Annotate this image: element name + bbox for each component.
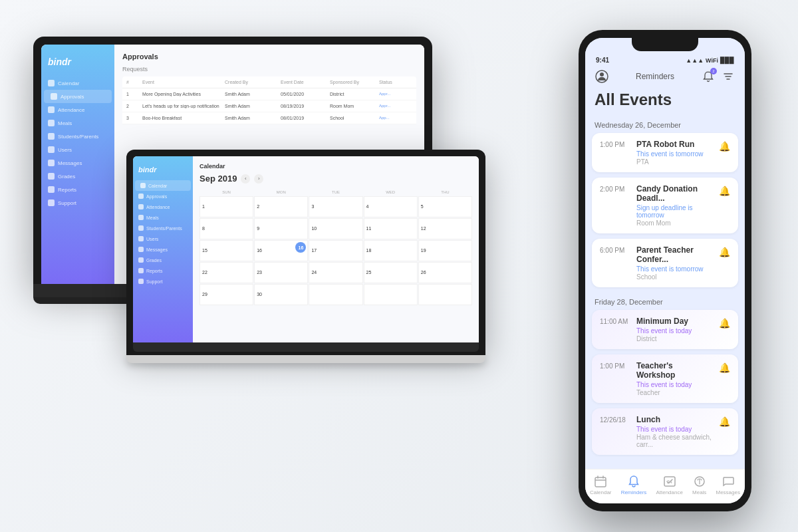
desktop-section-label: Requests <box>122 66 416 72</box>
cal-cell[interactable]: 29 <box>200 284 253 305</box>
cal-cell[interactable]: 15 <box>200 240 253 261</box>
cal-cell[interactable]: 16 16 <box>254 240 308 261</box>
cal-cell <box>418 284 472 305</box>
cal-cell[interactable]: 9 <box>254 218 308 239</box>
laptop-sidebar: bindr Calendar Approvals Attendance <box>133 156 193 342</box>
event-teachers-workshop[interactable]: 1:00 PM Teacher's Workshop This event is… <box>592 354 738 403</box>
table-row[interactable]: 3 Boo-Hoo Breakfast Smith Adam 08/01/201… <box>122 112 416 124</box>
event-title: PTA Robot Run <box>636 140 712 149</box>
students-icon <box>48 133 55 140</box>
attendance-icon <box>48 106 55 113</box>
event-info: Minimum Day This event is today District <box>636 317 712 342</box>
nav-reminders[interactable]: Reminders <box>621 475 647 495</box>
calendar-prev-button[interactable]: ‹ <box>241 174 250 184</box>
cal-cell[interactable]: 22 <box>200 262 253 283</box>
desktop-nav-calendar[interactable]: Calendar <box>41 76 114 90</box>
calendar-grid: SUN MON TUE WED THU 1 2 3 4 5 8 9 <box>200 189 472 305</box>
notification-bell-button[interactable]: 2 <box>701 69 716 84</box>
desktop-nav-approvals[interactable]: Approvals <box>44 90 112 103</box>
laptop-page-title: Calendar <box>200 163 472 170</box>
cal-cell[interactable]: 30 <box>254 284 308 305</box>
event-lunch[interactable]: 12/26/18 Lunch This event is today Ham &… <box>592 408 738 455</box>
cal-cell[interactable]: 23 <box>254 262 308 283</box>
event-org: Ham & cheese sandwich, carr... <box>636 434 712 448</box>
calendar-month: Sep 2019 <box>200 174 237 184</box>
desktop-nav-grades[interactable]: Grades <box>41 170 114 183</box>
cal-cell[interactable]: 2 <box>254 196 308 217</box>
laptop-nav-messages[interactable]: Messages <box>133 244 193 255</box>
laptop-nav-calendar[interactable]: Calendar <box>135 180 191 191</box>
cal-cell[interactable]: 8 <box>200 218 253 239</box>
nav-attendance[interactable]: 24 Attendance <box>656 475 682 495</box>
phone-header-title: Reminders <box>636 72 674 81</box>
phone-events-scroll[interactable]: Wednesday 26, December 1:00 PM PTA Robot… <box>585 116 745 469</box>
laptop-nav-students[interactable]: Students/Parents <box>133 223 193 233</box>
event-info: Parent Teacher Confer... This event is t… <box>636 245 712 281</box>
cal-cell[interactable]: 5 <box>418 196 472 217</box>
nav-messages[interactable]: Messages <box>716 475 739 495</box>
cal-cell[interactable]: 18 <box>364 240 418 261</box>
cal-cell[interactable]: 26 <box>418 262 472 283</box>
event-bell-icon[interactable]: 🔔 <box>719 415 730 427</box>
calendar-event-dot: 16 <box>295 242 306 253</box>
event-bell-icon[interactable]: 🔔 <box>719 245 730 257</box>
grades-icon <box>138 257 144 263</box>
desktop-nav-messages[interactable]: Messages <box>41 156 114 170</box>
event-org: Room Mom <box>636 219 712 227</box>
users-icon <box>48 146 55 153</box>
event-minimum-day[interactable]: 11:00 AM Minimum Day This event is today… <box>592 310 738 349</box>
laptop-nav-reports[interactable]: Reports <box>133 265 193 276</box>
cal-cell[interactable]: 4 <box>364 196 418 217</box>
nav-meals[interactable]: Meals <box>692 475 706 495</box>
event-pta-robot-run[interactable]: 1:00 PM PTA Robot Run This event is tomo… <box>592 133 738 172</box>
profile-button[interactable] <box>595 69 609 84</box>
laptop-nav-support[interactable]: Support <box>133 276 193 287</box>
cal-cell[interactable]: 25 <box>364 262 418 283</box>
event-time: 11:00 AM <box>600 317 630 325</box>
event-bell-icon[interactable]: 🔔 <box>719 140 730 152</box>
event-time: 6:00 PM <box>600 245 630 254</box>
nav-bell-icon <box>627 475 640 488</box>
filter-button[interactable] <box>721 69 735 84</box>
users-icon <box>138 236 144 241</box>
desktop-nav-reports[interactable]: Reports <box>41 183 114 196</box>
students-icon <box>138 225 144 231</box>
event-org: District <box>636 335 712 342</box>
cal-cell[interactable]: 11 <box>364 218 418 239</box>
desktop-nav-users[interactable]: Users <box>41 143 114 156</box>
event-bell-icon[interactable]: 🔔 <box>719 361 730 373</box>
nav-messages-icon <box>722 475 735 488</box>
calendar-icon <box>140 183 146 188</box>
laptop-nav-meals[interactable]: Meals <box>133 212 193 223</box>
event-title: Lunch <box>636 415 712 424</box>
desktop-nav-support[interactable]: Support <box>41 196 114 209</box>
event-bell-icon[interactable]: 🔔 <box>719 317 730 329</box>
cal-cell[interactable]: 17 <box>309 240 362 261</box>
table-row[interactable]: 1 More Opening Day Activities Smith Adam… <box>122 88 416 100</box>
cal-cell[interactable]: 24 <box>309 262 362 283</box>
phone-big-title: All Events <box>585 89 745 116</box>
svg-rect-2 <box>595 477 606 487</box>
desktop-nav-meals[interactable]: Meals <box>41 116 114 130</box>
table-row[interactable]: 2 Let's heads up for sign-up notificatio… <box>122 100 416 112</box>
laptop-nav-grades[interactable]: Grades <box>133 255 193 265</box>
laptop-nav-approvals[interactable]: Approvals <box>133 191 193 201</box>
calendar-next-button[interactable]: › <box>254 174 263 184</box>
desktop-nav-students[interactable]: Students/Parents <box>41 130 114 143</box>
cal-cell[interactable]: 3 <box>309 196 362 217</box>
signal-icon: ▲▲▲ <box>686 57 704 64</box>
event-parent-teacher[interactable]: 6:00 PM Parent Teacher Confer... This ev… <box>592 239 738 287</box>
desktop-nav-attendance[interactable]: Attendance <box>41 103 114 116</box>
event-bell-icon[interactable]: 🔔 <box>719 184 730 196</box>
laptop-nav-users[interactable]: Users <box>133 233 193 244</box>
laptop-screen-wrap: bindr Calendar Approvals Attendance <box>126 150 485 352</box>
event-info: Teacher's Workshop This event is today T… <box>636 361 712 396</box>
date-section-wed: Wednesday 26, December <box>592 116 738 133</box>
cal-cell[interactable]: 12 <box>418 218 472 239</box>
cal-cell[interactable]: 19 <box>418 240 472 261</box>
event-candy-donation[interactable]: 2:00 PM Candy Donation Deadl... Sign up … <box>592 178 738 233</box>
cal-cell[interactable]: 1 <box>200 196 253 217</box>
nav-calendar[interactable]: Calendar <box>590 475 611 495</box>
laptop-nav-attendance[interactable]: Attendance <box>133 201 193 212</box>
cal-cell[interactable]: 10 <box>309 218 362 239</box>
